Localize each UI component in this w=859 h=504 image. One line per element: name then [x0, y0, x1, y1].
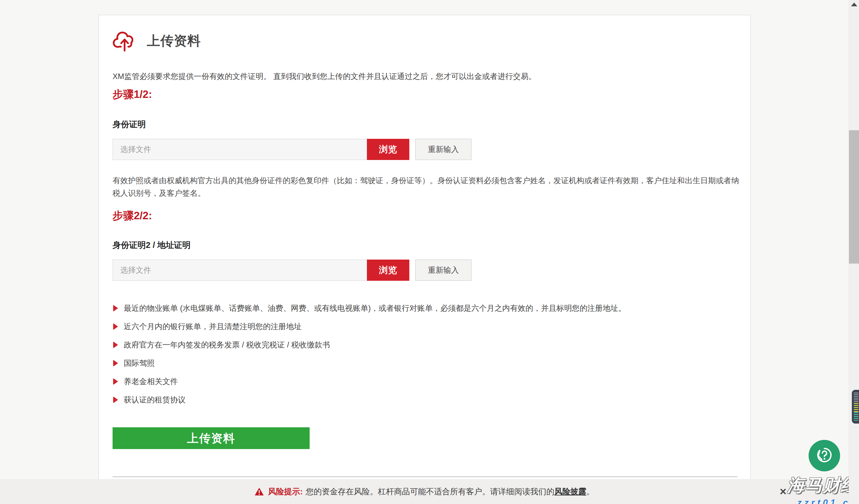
step-1-heading: 步骤1/2:	[112, 87, 152, 101]
page-title: 上传资料	[147, 32, 201, 50]
identity-proof-description: 有效护照或者由权威机构官方出具的其他身份证件的彩色复印件（比如：驾驶证，身份证等…	[112, 174, 741, 200]
list-item-text: 获认证的租赁协议	[124, 395, 186, 405]
address-proof-file-input[interactable]	[112, 259, 367, 281]
intro-text: XM监管必须要求您提供一份有效的文件证明。 直到我们收到您上传的文件并且认证通过…	[112, 71, 737, 82]
bullet-arrow-icon	[113, 342, 118, 348]
step-2-heading: 步骤2/2:	[112, 209, 152, 223]
identity-proof-browse-button[interactable]: 浏览	[367, 139, 409, 160]
list-item: 最近的物业账单 (水电煤账单、话费账单、油费、网费、或有线电视账单)，或者银行对…	[113, 299, 626, 317]
risk-warning-text: 您的资金存在风险。杠杆商品可能不适合所有客户。请详细阅读我们的	[306, 486, 554, 497]
upload-documents-button[interactable]: 上传资料	[112, 427, 310, 449]
close-icon[interactable]: ×	[774, 479, 792, 504]
address-proof-browse-button[interactable]: 浏览	[367, 259, 409, 281]
accepted-documents-list: 最近的物业账单 (水电煤账单、话费账单、油费、网费、或有线电视账单)，或者银行对…	[113, 299, 626, 409]
card-bottom-divider	[112, 476, 738, 477]
upload-documents-card: 上传资料 XM监管必须要求您提供一份有效的文件证明。 直到我们收到您上传的文件并…	[99, 15, 751, 479]
list-item-text: 最近的物业账单 (水电煤账单、话费账单、油费、网费、或有线电视账单)，或者银行对…	[124, 303, 626, 313]
equalizer-edge-widget[interactable]	[852, 390, 859, 424]
bullet-arrow-icon	[113, 305, 118, 312]
equalizer-bars-bottom	[854, 412, 858, 421]
equalizer-bars-middle	[854, 403, 858, 412]
list-item: 政府官方在一年内签发的税务发票 / 税收完税证 / 税收缴款书	[113, 336, 626, 354]
list-item: 近六个月内的银行账单，并且清楚注明您的注册地址	[113, 317, 626, 336]
list-item-text: 近六个月内的银行账单，并且清楚注明您的注册地址	[124, 321, 302, 332]
live-chat-button[interactable]	[809, 440, 840, 471]
list-item: 养老金相关文件	[113, 372, 626, 391]
identity-proof-reset-button[interactable]: 重新输入	[415, 139, 471, 160]
identity-proof-label: 身份证明	[112, 119, 146, 130]
cloud-upload-icon	[112, 29, 137, 53]
address-proof-reset-button[interactable]: 重新输入	[415, 259, 471, 281]
risk-warning-bar: 风险提示: 您的资金存在风险。杠杆商品可能不适合所有客户。请详细阅读我们的 风险…	[0, 479, 849, 504]
bullet-arrow-icon	[113, 360, 118, 367]
list-item-text: 国际驾照	[124, 358, 155, 368]
warning-triangle-icon	[254, 487, 264, 496]
identity-proof-file-row: 浏览 重新输入	[112, 139, 471, 160]
bullet-arrow-icon	[113, 396, 118, 403]
risk-warning-suffix: 。	[586, 486, 594, 497]
help-chat-icon	[815, 446, 834, 466]
scroll-up-arrow-icon[interactable]	[851, 3, 857, 6]
vertical-scrollbar[interactable]	[849, 0, 859, 504]
risk-warning-label: 风险提示:	[268, 486, 303, 497]
bullet-arrow-icon	[113, 323, 118, 330]
equalizer-bars-top	[854, 393, 858, 403]
list-item: 国际驾照	[113, 354, 626, 372]
risk-disclosure-link[interactable]: 风险披露	[554, 486, 586, 497]
address-proof-label: 身份证明2 / 地址证明	[112, 239, 191, 251]
list-item-text: 政府官方在一年内签发的税务发票 / 税收完税证 / 税收缴款书	[124, 340, 330, 350]
page-header: 上传资料	[112, 29, 201, 53]
bullet-arrow-icon	[113, 378, 118, 385]
scrollbar-thumb[interactable]	[849, 130, 859, 264]
list-item-text: 养老金相关文件	[124, 376, 178, 387]
address-proof-file-row: 浏览 重新输入	[112, 259, 471, 281]
identity-proof-file-input[interactable]	[112, 139, 367, 160]
list-item: 获认证的租赁协议	[113, 391, 626, 409]
